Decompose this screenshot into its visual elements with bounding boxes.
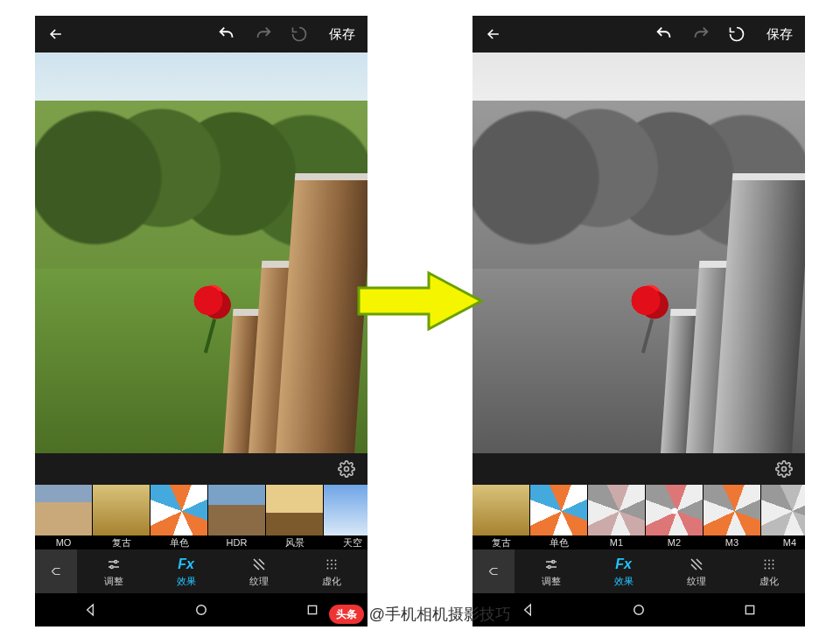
rose-subject: [628, 281, 672, 325]
redo-icon: [691, 24, 710, 44]
undo-icon[interactable]: [217, 24, 236, 44]
svg-point-16: [548, 565, 550, 568]
undo-icon[interactable]: [654, 24, 674, 44]
blur-icon: [761, 556, 777, 573]
tab-texture[interactable]: 纹理: [660, 556, 732, 588]
editor-topbar: 保存: [472, 16, 805, 52]
svg-point-20: [764, 564, 766, 565]
filter-strip[interactable]: 复古 单色 M1 M2 M3 M4: [472, 485, 805, 550]
phone-right: 保存 复古 单色 M1 M2 M3 M4: [472, 16, 805, 626]
filter-strip[interactable]: MO 复古 单色 HDR 风景 天空: [35, 485, 368, 550]
back-icon[interactable]: [47, 25, 65, 43]
texture-icon: [251, 556, 267, 573]
filter-thumb[interactable]: 单色: [530, 485, 588, 550]
sliders-icon: [542, 556, 560, 573]
save-button[interactable]: 保存: [766, 26, 793, 43]
svg-point-22: [772, 564, 774, 565]
filter-thumb[interactable]: M4: [761, 485, 805, 550]
filter-thumb[interactable]: MO: [35, 485, 93, 550]
svg-point-19: [772, 559, 774, 561]
rose-subject: [191, 281, 234, 325]
filter-thumb[interactable]: 复古: [472, 485, 530, 550]
watermark-text: @手机相机摄影技巧: [369, 604, 511, 625]
svg-point-3: [326, 559, 328, 561]
save-button[interactable]: 保存: [329, 26, 355, 43]
filter-thumb[interactable]: 风景: [266, 485, 324, 550]
reset-icon: [290, 25, 308, 43]
editor-topbar: 保存: [35, 16, 368, 52]
collapse-icon[interactable]: [472, 550, 514, 593]
tab-effect[interactable]: Fx 效果: [587, 556, 660, 588]
filter-thumb[interactable]: M3: [704, 485, 761, 550]
toutiao-logo: 头条: [329, 605, 364, 624]
sliders-icon: [105, 556, 122, 573]
tab-blur[interactable]: 虚化: [732, 556, 805, 588]
svg-point-2: [110, 565, 113, 568]
bottom-tabs: 调整 Fx 效果 纹理 虚化: [472, 550, 805, 593]
bottom-tabs: 调整 Fx 效果 纹理 虚化: [35, 550, 368, 593]
reset-icon[interactable]: [728, 25, 746, 43]
svg-point-21: [768, 564, 770, 565]
svg-point-9: [326, 567, 328, 569]
svg-point-24: [768, 567, 770, 569]
filter-thumb[interactable]: M1: [588, 485, 646, 550]
svg-point-23: [764, 567, 766, 569]
svg-point-10: [331, 567, 332, 569]
svg-point-5: [334, 559, 336, 561]
svg-point-14: [782, 467, 787, 472]
svg-point-1: [114, 560, 116, 563]
svg-point-8: [334, 564, 336, 565]
filter-thumb[interactable]: HDR: [208, 485, 266, 550]
gear-icon[interactable]: [775, 460, 793, 478]
texture-icon: [689, 556, 704, 573]
image-preview[interactable]: [472, 52, 805, 453]
gear-icon[interactable]: [338, 460, 355, 478]
filter-thumb-selected[interactable]: M2: [646, 485, 704, 550]
svg-point-11: [334, 567, 336, 569]
svg-point-25: [772, 567, 774, 569]
tab-texture[interactable]: 纹理: [222, 556, 295, 588]
svg-point-7: [331, 564, 332, 565]
tab-blur[interactable]: 虚化: [295, 556, 368, 588]
svg-point-15: [551, 560, 554, 563]
svg-point-6: [326, 564, 328, 565]
svg-point-4: [331, 559, 332, 561]
svg-point-18: [768, 559, 770, 561]
tab-adjust[interactable]: 调整: [514, 556, 587, 588]
redo-icon: [254, 24, 273, 44]
watermark: 头条 @手机相机摄影技巧: [0, 604, 840, 625]
back-icon[interactable]: [485, 25, 502, 43]
filter-thumb[interactable]: 复古: [93, 485, 150, 550]
svg-point-17: [764, 559, 766, 561]
fx-icon: Fx: [178, 556, 194, 573]
filter-thumb[interactable]: 单色: [150, 485, 208, 550]
tab-adjust[interactable]: 调整: [77, 556, 150, 588]
blur-icon: [324, 556, 340, 573]
transition-arrow-icon: [354, 266, 486, 336]
filter-thumb[interactable]: 天空: [324, 485, 368, 550]
tab-effect[interactable]: Fx 效果: [150, 556, 222, 588]
image-preview[interactable]: [35, 52, 368, 453]
phone-left: 保存 MO 复古 单色 HDR 风景 天空: [35, 16, 368, 626]
collapse-icon[interactable]: [35, 550, 77, 593]
svg-point-0: [345, 467, 349, 472]
fx-icon: Fx: [615, 556, 632, 573]
